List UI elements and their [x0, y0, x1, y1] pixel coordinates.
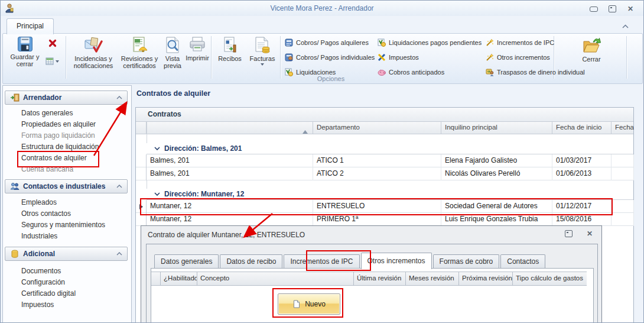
tab-otros-incrementos[interactable]: Otros incrementos — [361, 253, 432, 269]
blue-yellow-cross-icon — [378, 53, 386, 62]
nuevo-button[interactable]: Nuevo — [278, 293, 340, 315]
option-label: Cobros anticipados — [389, 69, 444, 76]
cell-fecha-inicio: 15/08/2016 — [552, 213, 612, 226]
header-indicator — [136, 122, 147, 134]
incidencias-label: Incidencias y notificaciones — [69, 55, 118, 69]
minimize-button[interactable] — [587, 5, 600, 13]
sidebar-item-forma-pago-liquidacion[interactable]: Forma pago liquidación — [5, 130, 128, 141]
cell-fecha-inicio: 01/12/2017 — [552, 200, 612, 213]
tab-contactos[interactable]: Contactos — [500, 254, 545, 269]
facturas-button[interactable]: Facturas — [246, 36, 278, 66]
group-row-muntaner[interactable]: Dirección: Muntaner, 12 — [147, 189, 633, 200]
sidebar-item-seguros-y-mantenimientos[interactable]: Seguros y mantenimientos — [5, 219, 128, 231]
header-fecha-de-inicio[interactable]: Fecha de inicio — [552, 122, 612, 134]
cell-departamento: PRIMERO 1ª — [313, 213, 441, 226]
header-departamento[interactable]: Departamento — [313, 122, 441, 134]
table-row-balmes-atico2[interactable]: Balmes, 201 ATICO 2 Nicolás Olivares Per… — [136, 167, 634, 180]
cell-fecha — [612, 213, 634, 226]
dialog-header-proxima-revision[interactable]: Próxima revisión — [459, 272, 513, 285]
revisiones-label: Revisiones y certificados — [119, 55, 160, 69]
maximize-icon — [565, 230, 573, 237]
close-icon: ✕ — [587, 230, 593, 238]
group-row-balmes[interactable]: Dirección: Balmes, 201 — [147, 143, 633, 154]
row-indicator — [136, 213, 147, 226]
header-fecha[interactable]: Fecha — [612, 122, 634, 134]
sidebar-item-cuenta-bancaria[interactable]: Cuenta bancaria — [5, 164, 128, 175]
tab-datos-generales[interactable]: Datos generales — [154, 254, 219, 269]
dialog-grid-header-row: ¿Habilitado? Concepto Última revisión Me… — [151, 272, 587, 286]
header-inquilino-principal[interactable]: Inquilino principal — [441, 122, 552, 134]
imprimir-button[interactable]: Imprimir — [184, 36, 211, 62]
delete-button[interactable] — [48, 38, 57, 48]
option-label: Impuestos — [389, 54, 419, 61]
incidencias-notificaciones-button[interactable]: Incidencias y notificaciones — [69, 36, 118, 69]
chevron-down-icon — [154, 147, 160, 150]
impuestos-button[interactable]: Impuestos — [378, 52, 419, 63]
sidebar-item-empleados[interactable]: Empleados — [5, 197, 128, 208]
cobros-pagos-individuales-button[interactable]: Cobros/ Pagos individuales — [285, 52, 375, 63]
sidebar-item-documentos[interactable]: Documentos — [5, 266, 128, 277]
title-bar: Vicente Mora Perez - Arrendador ✕ — [1, 1, 643, 16]
sidebar-item-industriales[interactable]: Industriales — [5, 231, 128, 242]
header-direccion[interactable] — [147, 122, 313, 134]
sidebar-item-configuracion[interactable]: Configuración — [5, 277, 128, 288]
traspasos-dinero-individual-button[interactable]: Traspasos de dinero individual — [486, 67, 585, 77]
table-row-muntaner-primero[interactable]: Muntaner, 12 PRIMERO 1ª Luis Enrique Gon… — [136, 213, 634, 226]
sidebar-item-impuestos[interactable]: Impuestos — [5, 299, 128, 311]
dialog-header-meses-revision[interactable]: Meses revisión — [406, 272, 459, 285]
cobros-pagos-alquileres-button[interactable]: Cobros/ Pagos alquileres — [285, 37, 369, 48]
incrementos-de-ipc-button[interactable]: Incrementos de IPC — [486, 37, 554, 48]
grid-view-dropdown-button[interactable] — [45, 57, 59, 66]
chevron-down-icon — [154, 192, 160, 196]
ribbon-tab-principal[interactable]: Principal — [6, 18, 54, 34]
maximize-button[interactable] — [606, 5, 619, 13]
section-title: Contactos e industriales — [23, 182, 105, 190]
tab-formas-de-cobro[interactable]: Formas de cobro — [433, 254, 500, 269]
sidebar-item-datos-generales[interactable]: Datos generales — [5, 108, 128, 119]
sidebar-section-arrendador[interactable]: Arrendador — [5, 91, 128, 105]
sidebar-item-otros-contactos[interactable]: Otros contactos — [5, 208, 128, 219]
chevron-up-icon — [116, 252, 122, 256]
dialog-header-concepto[interactable]: Concepto — [197, 272, 354, 285]
dialog-header-tipo-calculo-gastos[interactable]: Tipo cálculo de gastos — [513, 272, 587, 285]
dialog-close-button[interactable]: ✕ — [583, 230, 596, 238]
sidebar-section-contactos-e-industriales[interactable]: Contactos e industriales — [5, 179, 128, 193]
imprimir-label: Imprimir — [186, 54, 209, 62]
sidebar-item-estructura-de-liquidacion[interactable]: Estructura de liquidación — [5, 141, 128, 153]
otros-incrementos-button[interactable]: Otros incrementos — [486, 52, 550, 63]
tab-datos-de-recibo[interactable]: Datos de recibo — [220, 254, 282, 269]
sidebar-item-propiedades-en-alquiler[interactable]: Propiedades en alquiler — [5, 119, 128, 130]
cell-fecha — [612, 154, 634, 167]
dialog-title: Contrato de alquiler Muntaner, 12, ENTRE… — [148, 231, 305, 239]
table-band-header: Contratos — [136, 108, 633, 122]
magic-wand-icon — [486, 53, 494, 62]
revisiones-certificados-button[interactable]: Revisiones y certificados — [119, 36, 160, 69]
vista-previa-button[interactable]: Vista previa — [160, 36, 185, 69]
liquidaciones-pagos-pendientes-button[interactable]: Liquidaciones pagos pendientes — [378, 37, 482, 48]
table-row-muntaner-entresuelo[interactable]: Muntaner, 12 ENTRESUELO Sociedad General… — [136, 200, 634, 213]
dialog-header-ultima-revision[interactable]: Última revisión — [354, 272, 406, 285]
cell-fecha-inicio: 01/06/2013 — [552, 167, 612, 180]
recibos-button[interactable]: Recibos — [214, 36, 245, 62]
table-row-balmes-atico1[interactable]: Balmes, 201 ATICO 1 Elena Fajardo Galist… — [136, 154, 634, 167]
cell-departamento: ATICO 1 — [313, 154, 441, 167]
two-people-icon — [10, 182, 19, 190]
dialog-header-habilitado[interactable]: ¿Habilitado? — [161, 272, 197, 285]
ribbon-group-label-opciones: Opciones — [272, 75, 390, 82]
dialog-maximize-button[interactable] — [562, 230, 575, 238]
row-indicator — [136, 167, 147, 180]
database-cylinder-icon — [10, 250, 19, 259]
cerrar-button[interactable]: Cerrar — [575, 36, 608, 63]
tab-incrementos-de-ipc[interactable]: Incrementos de IPC — [284, 254, 359, 269]
sidebar-item-certificado-digital[interactable]: Certificado digital — [5, 288, 128, 299]
sidebar-item-contratos-de-alquiler[interactable]: Contratos de alquiler — [5, 153, 128, 164]
section-title: Adicional — [23, 250, 55, 258]
sidebar-section-adicional[interactable]: Adicional — [5, 247, 128, 261]
ribbon-collapse-button[interactable] — [620, 22, 630, 31]
close-icon: ✕ — [627, 5, 633, 13]
grid-icon — [45, 57, 54, 66]
save-and-close-button[interactable]: Guardar y cerrar — [8, 36, 42, 67]
close-button[interactable]: ✕ — [624, 5, 637, 13]
dropdown-arrow-icon — [261, 63, 264, 66]
dropdown-arrow-icon — [56, 60, 59, 63]
